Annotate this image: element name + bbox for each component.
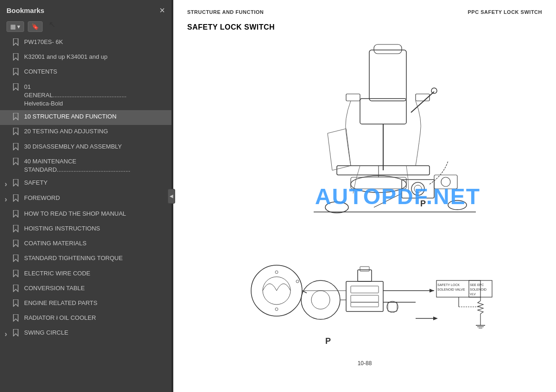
bookmark-label-safety: SAFETY — [24, 179, 165, 187]
svg-marker-12 — [13, 240, 18, 247]
svg-marker-11 — [13, 225, 18, 232]
sidebar-header: Bookmarks × — [0, 0, 171, 19]
bookmark-label-radiator: RADIATOR ł OIL COOLER — [24, 314, 165, 322]
bookmark-label-contents: CONTENTS — [24, 68, 165, 76]
svg-point-25 — [351, 176, 406, 193]
bookmark-item-standard-tightening[interactable]: STANDARD TIGHTENING TORQUE — [0, 252, 171, 267]
bookmark-item-contents[interactable]: CONTENTS — [0, 65, 171, 80]
bookmark-icon-20-testing — [13, 128, 21, 137]
bookmark-icon-contents — [13, 68, 21, 78]
bookmark-icon-safety — [13, 179, 21, 189]
svg-text:SAFETY LOCK: SAFETY LOCK — [437, 283, 460, 286]
bookmark-icon-how-to-read — [13, 210, 21, 220]
bookmark-item-foreword[interactable]: ›FOREWORD — [0, 192, 171, 207]
bookmark-item-10-structure[interactable]: 10 STRUCTURE AND FUNCTION — [0, 110, 171, 125]
bookmark-label-engine-parts: ENGINE RELATED PARTS — [24, 299, 165, 307]
bookmark-item-swing-circle[interactable]: ›SWING CIRCLE — [0, 326, 171, 342]
list-view-button[interactable]: ▦▾ — [6, 21, 24, 32]
dropdown-arrow: ▾ — [17, 23, 20, 30]
bookmark-icon-hoisting — [13, 225, 21, 235]
bottom-diagram-svg: SAFETY LOCK SOLENOID VALVE SEE EPC SOLEN… — [187, 226, 542, 355]
diagram-top: P — [187, 41, 542, 217]
bookmark-label-coating: COATING MATERIALS — [24, 239, 165, 248]
bookmark-icon-pw170es — [13, 38, 21, 48]
svg-rect-48 — [351, 302, 379, 307]
bookmark-item-coating[interactable]: COATING MATERIALS — [0, 237, 171, 252]
bookmark-icon-10-structure — [13, 113, 21, 123]
bookmark-list: PW170ES- 6KK32001 and up K34001 and upCO… — [0, 36, 171, 392]
bookmark-item-40-maintenance[interactable]: 40 MAINTENANCESTANDARD..................… — [0, 155, 171, 176]
top-diagram-svg: P — [187, 41, 542, 217]
bookmark-item-30-disassembly[interactable]: 30 DISASSEMBLY AND ASSEMBLY — [0, 140, 171, 155]
bookmark-item-hoisting[interactable]: HOISTING INSTRUCTIONS — [0, 222, 171, 237]
bookmark-icon-radiator — [13, 314, 21, 324]
doc-section-label: STRUCTURE AND FUNCTION — [187, 9, 264, 15]
bookmark-label-standard-tightening: STANDARD TIGHTENING TORQUE — [24, 254, 165, 262]
bookmark-icon-40-maintenance — [13, 158, 21, 168]
svg-point-33 — [441, 177, 450, 187]
main-content: STRUCTURE AND FUNCTION PPC SAFETY LOCK S… — [173, 0, 556, 392]
svg-text:P: P — [420, 199, 426, 208]
expand-arrow-foreword[interactable]: › — [5, 194, 12, 205]
svg-text:SEE EPC: SEE EPC — [470, 283, 484, 286]
bookmark-item-radiator[interactable]: RADIATOR ł OIL COOLER — [0, 311, 171, 326]
svg-marker-3 — [13, 83, 18, 90]
bookmark-item-how-to-read[interactable]: HOW TO READ THE SHOP MANUAL — [0, 207, 171, 222]
collapse-sidebar-button[interactable]: ◀ — [168, 189, 175, 204]
bookmark-label-10-structure: 10 STRUCTURE AND FUNCTION — [24, 112, 165, 121]
bookmark-label-40-maintenance: 40 MAINTENANCESTANDARD..................… — [24, 157, 165, 174]
svg-marker-10 — [13, 210, 18, 217]
bookmark-item-electric-wire[interactable]: ELECTRIC WIRE CODE — [0, 267, 171, 282]
bookmark-icon-button[interactable]: 🔖 — [28, 21, 43, 32]
svg-point-31 — [414, 185, 422, 193]
svg-marker-16 — [13, 299, 18, 306]
svg-marker-18 — [13, 329, 18, 336]
svg-marker-7 — [13, 158, 18, 165]
svg-marker-4 — [13, 113, 18, 120]
svg-rect-47 — [351, 295, 379, 302]
svg-rect-19 — [369, 50, 406, 101]
svg-marker-13 — [13, 255, 18, 261]
svg-rect-46 — [351, 286, 379, 293]
svg-point-42 — [301, 280, 340, 319]
sidebar-toolbar: ▦▾ 🔖 — [0, 19, 171, 36]
bookmark-item-pw170es[interactable]: PW170ES- 6K — [0, 36, 171, 50]
bookmark-label-30-disassembly: 30 DISASSEMBLY AND ASSEMBLY — [24, 143, 165, 151]
svg-rect-26 — [351, 177, 406, 189]
page-number: 10-88 — [187, 360, 542, 367]
bookmark-icon-k32001 — [13, 53, 21, 63]
expand-arrow-safety[interactable]: › — [5, 179, 12, 189]
svg-marker-8 — [13, 179, 18, 186]
bookmark-item-safety[interactable]: ›SAFETY — [0, 176, 171, 192]
bookmark-item-conversion[interactable]: CONVERSION TABLE — [0, 282, 171, 297]
svg-point-75 — [275, 308, 278, 311]
svg-marker-2 — [13, 68, 18, 75]
bookmark-item-20-testing[interactable]: 20 TESTING AND ADJUSTING — [0, 125, 171, 140]
svg-rect-36 — [374, 44, 402, 54]
expand-arrow-swing-circle[interactable]: › — [5, 329, 12, 339]
bookmark-item-01-general[interactable]: 01GENERAL...............................… — [0, 81, 171, 111]
list-icon: ▦ — [10, 23, 16, 30]
bookmark-icon-01-general — [13, 83, 21, 93]
svg-marker-9 — [13, 194, 18, 201]
bookmark-label-hoisting: HOISTING INSTRUCTIONS — [24, 224, 165, 233]
doc-page-label: PPC SAFETY LOCK SWITCH — [468, 9, 542, 15]
svg-point-74 — [275, 271, 278, 274]
svg-point-30 — [411, 182, 424, 195]
bookmark-item-engine-parts[interactable]: ENGINE RELATED PARTS — [0, 297, 171, 311]
svg-text:SOLENOID: SOLENOID — [470, 288, 486, 291]
bookmark-icon-conversion — [13, 285, 21, 294]
svg-rect-52 — [388, 302, 397, 311]
close-icon[interactable]: × — [159, 6, 165, 15]
bookmark-item-k32001[interactable]: K32001 and up K34001 and up — [0, 50, 171, 65]
svg-text:SOLENOID VALVE: SOLENOID VALVE — [437, 288, 465, 291]
diagram-bottom: SAFETY LOCK SOLENOID VALVE SEE EPC SOLEN… — [187, 226, 542, 355]
svg-marker-55 — [430, 289, 434, 292]
sidebar: Bookmarks × ↖ ▦▾ 🔖 PW170ES- 6KK32001 and… — [0, 0, 171, 392]
bookmark-add-icon: 🔖 — [32, 23, 39, 30]
bookmark-label-pw170es: PW170ES- 6K — [24, 38, 165, 46]
bookmark-icon-30-disassembly — [13, 143, 21, 153]
sidebar-title: Bookmarks — [6, 6, 44, 14]
svg-marker-68 — [433, 317, 438, 320]
svg-text:VLV: VLV — [470, 292, 476, 296]
